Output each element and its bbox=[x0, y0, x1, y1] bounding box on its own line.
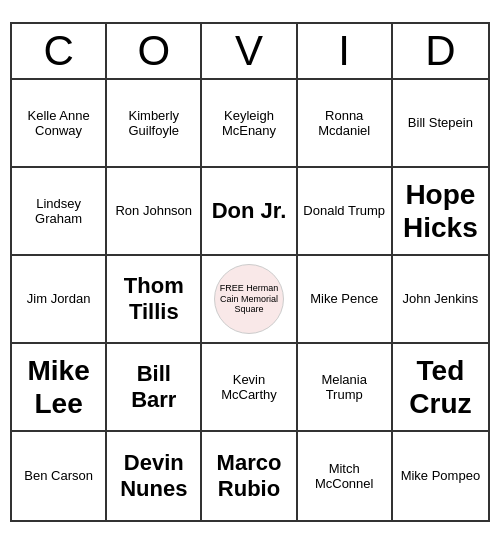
cell-text: Don Jr. bbox=[212, 198, 287, 224]
bingo-cell: Ronna Mcdaniel bbox=[298, 80, 393, 168]
cell-text: Mitch McConnel bbox=[302, 461, 387, 492]
cell-text: Ron Johnson bbox=[115, 203, 192, 219]
bingo-cell: Kevin McCarthy bbox=[202, 344, 297, 432]
cell-text: Kelle Anne Conway bbox=[16, 108, 101, 139]
cell-text: Marco Rubio bbox=[206, 450, 291, 503]
bingo-cell: Mike Lee bbox=[12, 344, 107, 432]
cell-text: Mike Pence bbox=[310, 291, 378, 307]
cell-text: Kimberly Guilfoyle bbox=[111, 108, 196, 139]
cell-text: Jim Jordan bbox=[27, 291, 91, 307]
cell-text: Donald Trump bbox=[303, 203, 385, 219]
cell-text: Bill Barr bbox=[111, 361, 196, 414]
bingo-cell: Ben Carson bbox=[12, 432, 107, 520]
bingo-cell: Ron Johnson bbox=[107, 168, 202, 256]
free-space: FREE Herman Cain Memorial Square bbox=[214, 264, 284, 334]
bingo-cell: Hope Hicks bbox=[393, 168, 488, 256]
header-letter: D bbox=[393, 24, 488, 78]
cell-text: Mike Pompeo bbox=[401, 468, 480, 484]
cell-text: Hope Hicks bbox=[397, 178, 484, 245]
cell-text: Thom Tillis bbox=[111, 273, 196, 326]
bingo-cell: Ted Cruz bbox=[393, 344, 488, 432]
header-letter: V bbox=[202, 24, 297, 78]
cell-text: Lindsey Graham bbox=[16, 196, 101, 227]
cell-text: Ronna Mcdaniel bbox=[302, 108, 387, 139]
cell-text: Bill Stepein bbox=[408, 115, 473, 131]
bingo-cell: Bill Barr bbox=[107, 344, 202, 432]
bingo-cell: Kelle Anne Conway bbox=[12, 80, 107, 168]
bingo-cell: Lindsey Graham bbox=[12, 168, 107, 256]
bingo-cell: Mitch McConnel bbox=[298, 432, 393, 520]
cell-text: Kevin McCarthy bbox=[206, 372, 291, 403]
bingo-cell: Keyleigh McEnany bbox=[202, 80, 297, 168]
bingo-card: COVID Kelle Anne ConwayKimberly Guilfoyl… bbox=[10, 22, 490, 522]
cell-text: Ted Cruz bbox=[397, 354, 484, 421]
bingo-grid: Kelle Anne ConwayKimberly GuilfoyleKeyle… bbox=[12, 80, 488, 520]
bingo-cell: Donald Trump bbox=[298, 168, 393, 256]
bingo-cell: FREE Herman Cain Memorial Square bbox=[202, 256, 297, 344]
bingo-header: COVID bbox=[12, 24, 488, 80]
cell-text: Devin Nunes bbox=[111, 450, 196, 503]
bingo-cell: Don Jr. bbox=[202, 168, 297, 256]
cell-text: Ben Carson bbox=[24, 468, 93, 484]
header-letter: O bbox=[107, 24, 202, 78]
bingo-cell: John Jenkins bbox=[393, 256, 488, 344]
bingo-cell: Kimberly Guilfoyle bbox=[107, 80, 202, 168]
header-letter: C bbox=[12, 24, 107, 78]
cell-text: John Jenkins bbox=[402, 291, 478, 307]
bingo-cell: Melania Trump bbox=[298, 344, 393, 432]
header-letter: I bbox=[298, 24, 393, 78]
free-circle-text: FREE Herman Cain Memorial Square bbox=[219, 283, 279, 315]
bingo-cell: Devin Nunes bbox=[107, 432, 202, 520]
cell-text: Melania Trump bbox=[302, 372, 387, 403]
bingo-cell: Mike Pence bbox=[298, 256, 393, 344]
free-circle: FREE Herman Cain Memorial Square bbox=[214, 264, 284, 334]
cell-text: Mike Lee bbox=[16, 354, 101, 421]
bingo-cell: Mike Pompeo bbox=[393, 432, 488, 520]
bingo-cell: Bill Stepein bbox=[393, 80, 488, 168]
cell-text: Keyleigh McEnany bbox=[206, 108, 291, 139]
bingo-cell: Jim Jordan bbox=[12, 256, 107, 344]
bingo-cell: Thom Tillis bbox=[107, 256, 202, 344]
bingo-cell: Marco Rubio bbox=[202, 432, 297, 520]
